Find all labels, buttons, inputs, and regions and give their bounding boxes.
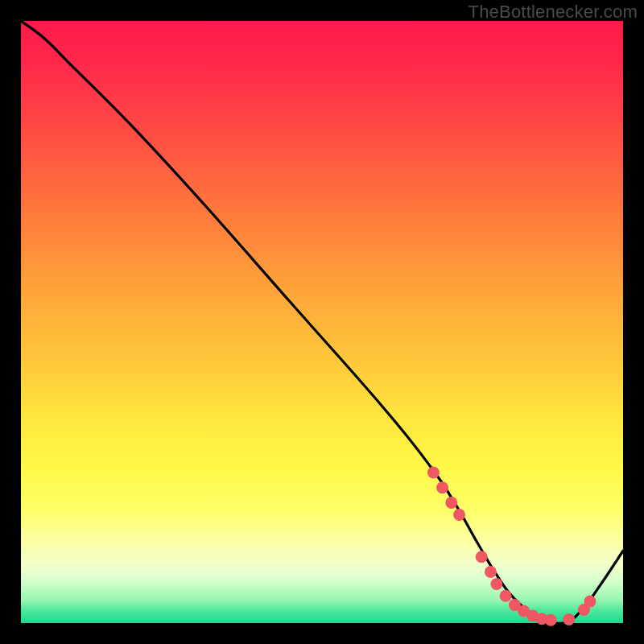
- data-point: [584, 596, 596, 608]
- data-point: [545, 614, 557, 626]
- data-point: [490, 578, 502, 590]
- chart-stage: TheBottlenecker.com: [0, 0, 644, 644]
- data-point: [445, 497, 457, 509]
- data-point: [500, 590, 512, 602]
- bottleneck-curve: [21, 21, 623, 623]
- data-point: [563, 613, 575, 625]
- plot-area: [21, 21, 623, 623]
- watermark-text: TheBottlenecker.com: [469, 2, 638, 23]
- highlight-points: [427, 467, 597, 626]
- data-point: [453, 509, 465, 521]
- data-point: [485, 566, 497, 578]
- data-point: [427, 467, 440, 479]
- data-point: [436, 481, 448, 493]
- data-point: [476, 551, 488, 563]
- chart-svg: [21, 21, 623, 623]
